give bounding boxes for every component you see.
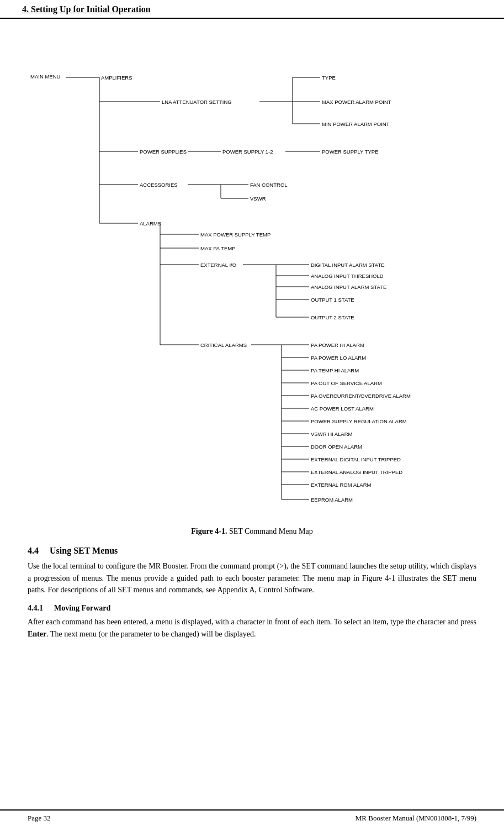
section-441-bold: Enter xyxy=(28,630,46,638)
diagram-caption: Figure 4-1. SET Command Menu Map xyxy=(28,527,476,536)
page-content: MAIN MENU AMPLIFIERS LNA ATTENUATOR SETT… xyxy=(0,19,504,653)
vswr-label: VSWR xyxy=(250,196,266,202)
page-title: 4. Setting Up for Initial Operation xyxy=(22,4,482,14)
eeprom-label: EEPROM ALARM xyxy=(311,497,353,503)
vswr-hi-label: VSWR HI ALARM xyxy=(311,431,353,437)
caption-bold: Figure 4-1. xyxy=(191,527,227,535)
power-supplies-label: POWER SUPPLIES xyxy=(140,149,187,155)
alarms-label: ALARMS xyxy=(140,220,161,227)
lna-label: LNA ATTENUATOR SETTING xyxy=(162,99,232,105)
section-44-title: Using SET Menus xyxy=(50,546,118,556)
analog-input-threshold-label: ANALOG INPUT THRESHOLD xyxy=(311,273,384,279)
ext-rom-label: EXTERNAL ROM ALARM xyxy=(311,482,372,488)
min-power-alarm-label: MIN POWER ALARM POINT xyxy=(322,121,390,127)
section-441-title: Moving Forward xyxy=(54,604,110,613)
footer-left: Page 32 xyxy=(28,814,51,823)
max-pa-temp-label: MAX PA TEMP xyxy=(200,245,236,251)
section-441-body2: . The next menu (or the parameter to be … xyxy=(46,630,256,638)
main-menu-label: MAIN MENU xyxy=(30,73,61,80)
critical-alarms-label: CRITICAL ALARMS xyxy=(200,342,247,348)
amplifiers-label: AMPLIFIERS xyxy=(101,75,132,81)
page-footer: Page 32 MR Booster Manual (MN001808-1, 7… xyxy=(0,809,504,826)
pa-temp-hi-label: PA TEMP HI ALARM xyxy=(311,367,359,373)
ext-analog-input-label: EXTERNAL ANALOG INPUT TRIPPED xyxy=(311,469,402,475)
power-supply-type-label: POWER SUPPLY TYPE xyxy=(322,149,378,155)
pa-power-lo-label: PA POWER LO ALARM xyxy=(311,355,366,361)
caption-text: SET Command Menu Map xyxy=(227,527,312,535)
power-supply-reg-label: POWER SUPPLY REGULATION ALARM xyxy=(311,418,407,424)
section-44-number: 4.4 xyxy=(28,546,39,556)
power-supply-12-label: POWER SUPPLY 1-2 xyxy=(222,149,273,155)
page-header: 4. Setting Up for Initial Operation xyxy=(0,0,504,19)
pa-power-hi-label: PA POWER HI ALARM xyxy=(311,342,364,348)
diagram-container: MAIN MENU AMPLIFIERS LNA ATTENUATOR SETT… xyxy=(28,35,480,516)
ac-power-lost-label: AC POWER LOST ALARM xyxy=(311,406,374,412)
section-44-body: Use the local terminal to configure the … xyxy=(28,560,476,596)
section-441-body1: After each command has been entered, a m… xyxy=(28,618,476,626)
pa-out-of-service-label: PA OUT OF SERVICE ALARM xyxy=(311,380,382,386)
menu-map-svg: MAIN MENU AMPLIFIERS LNA ATTENUATOR SETT… xyxy=(28,35,480,511)
section-441-number: 4.4.1 xyxy=(28,604,43,613)
output-1-state-label: OUTPUT 1 STATE xyxy=(311,297,354,303)
door-open-label: DOOR OPEN ALARM xyxy=(311,444,362,450)
ext-digital-input-label: EXTERNAL DIGITAL INPUT TRIPPED xyxy=(311,456,401,462)
section-441-heading: 4.4.1 Moving Forward xyxy=(28,604,476,613)
pa-overcurrent-label: PA OVERCURRENT/OVERDRIVE ALARM xyxy=(311,393,411,399)
max-power-supply-temp-label: MAX POWER SUPPLY TEMP xyxy=(200,232,270,238)
type-label: TYPE xyxy=(322,75,336,81)
fan-control-label: FAN CONTROL xyxy=(250,182,288,188)
external-io-label: EXTERNAL I/O xyxy=(200,262,236,268)
max-power-alarm-label: MAX POWER ALARM POINT xyxy=(322,99,391,105)
output-2-state-label: OUTPUT 2 STATE xyxy=(311,314,354,320)
digital-input-alarm-state-label: DIGITAL INPUT ALARM STATE xyxy=(311,262,385,268)
section-441-body: After each command has been entered, a m… xyxy=(28,616,476,640)
accessories-label: ACCESSORIES xyxy=(140,182,178,188)
section-44-heading: 4.4 Using SET Menus xyxy=(28,546,476,556)
footer-right: MR Booster Manual (MN001808-1, 7/99) xyxy=(356,814,476,823)
analog-input-alarm-state-label: ANALOG INPUT ALARM STATE xyxy=(311,284,386,290)
